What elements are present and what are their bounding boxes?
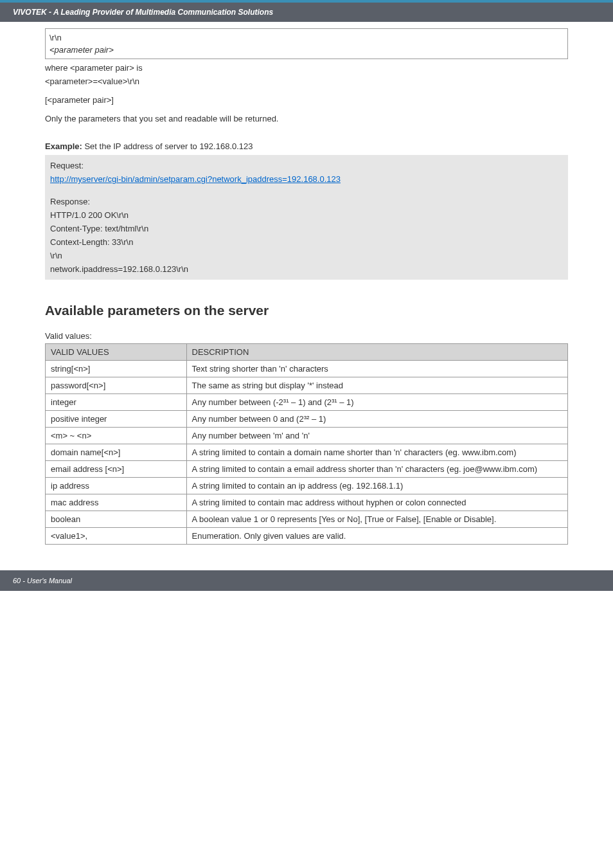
table-cell: <value1>, xyxy=(46,528,187,545)
page-number: 60 - User's Manual xyxy=(13,577,72,584)
spacer xyxy=(50,186,563,195)
table-row: string[<n>] Text string shorter than 'n'… xyxy=(46,361,568,377)
text-line: <parameter>=<value>\r\n xyxy=(45,77,568,86)
request-label: Request: xyxy=(50,159,563,172)
table-cell: A string limited to contain a email addr… xyxy=(186,461,568,478)
response-line: network.ipaddress=192.168.0.123\r\n xyxy=(50,262,563,276)
request-url-link[interactable]: http://myserver/cgi-bin/admin/setparam.c… xyxy=(50,174,341,184)
table-row: positive integer Any number between 0 an… xyxy=(46,411,568,428)
valid-values-label: Valid values: xyxy=(45,331,568,341)
table-cell: Any number between (-2³¹ – 1) and (2³¹ –… xyxy=(186,394,568,411)
table-cell: A string limited to contain mac address … xyxy=(186,494,568,511)
code-box: \r\n <parameter pair> xyxy=(45,28,568,59)
table-cell: Enumeration. Only given values are valid… xyxy=(186,528,568,545)
table-cell: Any number between 0 and (2³² – 1) xyxy=(186,411,568,428)
code-line: \r\n xyxy=(49,32,564,44)
table-cell: password[<n>] xyxy=(46,377,187,394)
page-header: VIVOTEK - A Leading Provider of Multimed… xyxy=(0,0,613,22)
table-cell: A string limited to contain an ip addres… xyxy=(186,478,568,494)
page-footer: 60 - User's Manual xyxy=(0,570,613,591)
table-cell: string[<n>] xyxy=(46,361,187,377)
text-line: where <parameter pair> is xyxy=(45,63,568,73)
table-cell: mac address xyxy=(46,494,187,511)
table-row: email address [<n>] A string limited to … xyxy=(46,461,568,478)
table-row: mac address A string limited to contain … xyxy=(46,494,568,511)
request-url: http://myserver/cgi-bin/admin/setparam.c… xyxy=(50,172,563,186)
page-content: \r\n <parameter pair> where <parameter p… xyxy=(0,22,613,551)
table-cell: domain name[<n>] xyxy=(46,444,187,461)
table-row: <value1>, Enumeration. Only given values… xyxy=(46,528,568,545)
table-row: domain name[<n>] A string limited to con… xyxy=(46,444,568,461)
table-cell: Text string shorter than 'n' characters xyxy=(186,361,568,377)
table-cell: email address [<n>] xyxy=(46,461,187,478)
response-line: Context-Length: 33\r\n xyxy=(50,235,563,249)
example-label: Example: xyxy=(45,141,82,151)
table-cell: Any number between 'm' and 'n' xyxy=(186,428,568,444)
table-header: VALID VALUES xyxy=(46,344,187,361)
table-row: integer Any number between (-2³¹ – 1) an… xyxy=(46,394,568,411)
text-line: [<parameter pair>] xyxy=(45,95,568,105)
table-header-row: VALID VALUES DESCRIPTION xyxy=(46,344,568,361)
example-text: Set the IP address of server to 192.168.… xyxy=(82,141,253,151)
table-cell: integer xyxy=(46,394,187,411)
table-cell: positive integer xyxy=(46,411,187,428)
response-line: \r\n xyxy=(50,249,563,262)
header-title: VIVOTEK - A Leading Provider of Multimed… xyxy=(13,8,273,17)
table-cell: <m> ~ <n> xyxy=(46,428,187,444)
request-block: Request: http://myserver/cgi-bin/admin/s… xyxy=(45,155,568,280)
table-header: DESCRIPTION xyxy=(186,344,568,361)
table-cell: A string limited to contain a domain nam… xyxy=(186,444,568,461)
table-row: password[<n>] The same as string but dis… xyxy=(46,377,568,394)
table-row: ip address A string limited to contain a… xyxy=(46,478,568,494)
response-line: HTTP/1.0 200 OK\r\n xyxy=(50,208,563,222)
table-cell: boolean xyxy=(46,511,187,528)
text-line: Only the parameters that you set and rea… xyxy=(45,114,568,123)
table-cell: The same as string but display '*' inste… xyxy=(186,377,568,394)
code-line: <parameter pair> xyxy=(49,44,564,56)
table-row: <m> ~ <n> Any number between 'm' and 'n' xyxy=(46,428,568,444)
table-row: boolean A boolean value 1 or 0 represent… xyxy=(46,511,568,528)
valid-values-table: VALID VALUES DESCRIPTION string[<n>] Tex… xyxy=(45,343,568,545)
table-cell: A boolean value 1 or 0 represents [Yes o… xyxy=(186,511,568,528)
response-label: Response: xyxy=(50,195,563,208)
section-heading: Available parameters on the server xyxy=(45,303,568,318)
table-cell: ip address xyxy=(46,478,187,494)
response-line: Content-Type: text/html\r\n xyxy=(50,222,563,235)
example-heading: Example: Set the IP address of server to… xyxy=(45,141,568,151)
